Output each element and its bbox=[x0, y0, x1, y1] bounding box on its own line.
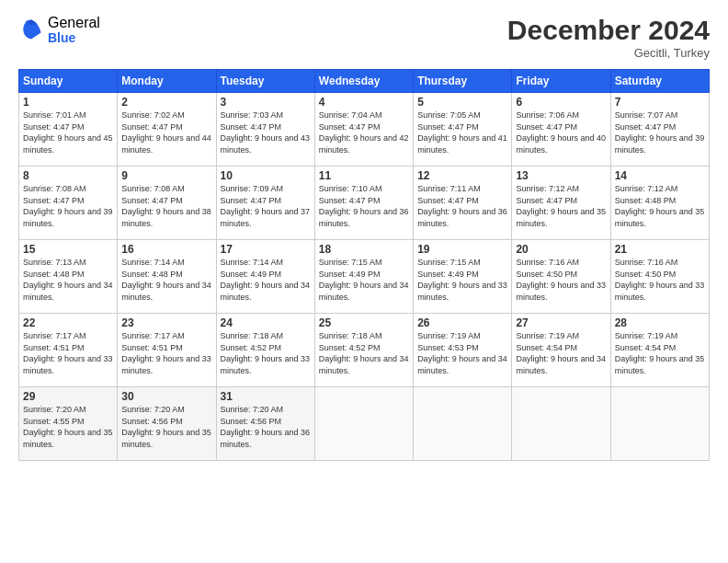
day-info: Sunrise: 7:01 AM Sunset: 4:47 PM Dayligh… bbox=[23, 109, 113, 155]
day-cell: 19 Sunrise: 7:15 AM Sunset: 4:49 PM Dayl… bbox=[414, 240, 512, 314]
col-tuesday: Tuesday bbox=[216, 70, 314, 93]
daylight-label: Daylight: 9 hours and 34 minutes. bbox=[221, 281, 311, 302]
sunset-label: Sunset: 4:55 PM bbox=[23, 417, 85, 426]
day-info: Sunrise: 7:20 AM Sunset: 4:56 PM Dayligh… bbox=[221, 404, 311, 450]
header-row: Sunday Monday Tuesday Wednesday Thursday… bbox=[19, 70, 710, 93]
month-title: December 2024 bbox=[507, 15, 710, 46]
daylight-label: Daylight: 9 hours and 36 minutes. bbox=[221, 428, 311, 449]
daylight-label: Daylight: 9 hours and 34 minutes. bbox=[319, 354, 409, 375]
sunrise-label: Sunrise: 7:12 AM bbox=[615, 184, 678, 193]
day-info: Sunrise: 7:19 AM Sunset: 4:54 PM Dayligh… bbox=[516, 330, 606, 376]
day-number: 1 bbox=[23, 96, 113, 109]
daylight-label: Daylight: 9 hours and 34 minutes. bbox=[23, 281, 113, 302]
sunset-label: Sunset: 4:48 PM bbox=[121, 270, 183, 279]
sunset-label: Sunset: 4:50 PM bbox=[615, 270, 677, 279]
day-number: 24 bbox=[221, 316, 311, 329]
sunset-label: Sunset: 4:47 PM bbox=[319, 122, 381, 132]
daylight-label: Daylight: 9 hours and 34 minutes. bbox=[516, 354, 606, 375]
sunset-label: Sunset: 4:51 PM bbox=[121, 343, 183, 352]
day-cell bbox=[610, 387, 709, 461]
sunset-label: Sunset: 4:52 PM bbox=[319, 343, 381, 352]
sunrise-label: Sunrise: 7:18 AM bbox=[319, 331, 382, 340]
day-cell: 5 Sunrise: 7:05 AM Sunset: 4:47 PM Dayli… bbox=[414, 93, 512, 167]
day-cell: 23 Sunrise: 7:17 AM Sunset: 4:51 PM Dayl… bbox=[118, 314, 216, 387]
sunset-label: Sunset: 4:54 PM bbox=[615, 343, 677, 352]
day-number: 9 bbox=[121, 169, 211, 182]
sunset-label: Sunset: 4:48 PM bbox=[615, 196, 677, 205]
day-info: Sunrise: 7:12 AM Sunset: 4:48 PM Dayligh… bbox=[615, 183, 705, 229]
sunrise-label: Sunrise: 7:14 AM bbox=[221, 258, 284, 267]
title-section: December 2024 Gecitli, Turkey bbox=[507, 15, 710, 60]
day-cell: 20 Sunrise: 7:16 AM Sunset: 4:50 PM Dayl… bbox=[512, 240, 610, 314]
daylight-label: Daylight: 9 hours and 33 minutes. bbox=[417, 281, 507, 302]
day-cell: 16 Sunrise: 7:14 AM Sunset: 4:48 PM Dayl… bbox=[118, 240, 216, 314]
day-info: Sunrise: 7:09 AM Sunset: 4:47 PM Dayligh… bbox=[221, 183, 311, 229]
sunrise-label: Sunrise: 7:12 AM bbox=[516, 184, 579, 193]
day-cell: 24 Sunrise: 7:18 AM Sunset: 4:52 PM Dayl… bbox=[216, 314, 314, 387]
sunset-label: Sunset: 4:47 PM bbox=[121, 196, 183, 205]
calendar: Sunday Monday Tuesday Wednesday Thursday… bbox=[18, 69, 710, 461]
sunrise-label: Sunrise: 7:15 AM bbox=[319, 258, 382, 267]
sunset-label: Sunset: 4:47 PM bbox=[417, 122, 479, 132]
sunrise-label: Sunrise: 7:19 AM bbox=[417, 331, 481, 340]
sunrise-label: Sunrise: 7:13 AM bbox=[23, 258, 86, 267]
daylight-label: Daylight: 9 hours and 33 minutes. bbox=[23, 354, 113, 375]
sunrise-label: Sunrise: 7:06 AM bbox=[516, 110, 579, 120]
day-cell: 26 Sunrise: 7:19 AM Sunset: 4:53 PM Dayl… bbox=[414, 314, 512, 387]
sunset-label: Sunset: 4:53 PM bbox=[417, 343, 479, 352]
day-cell: 14 Sunrise: 7:12 AM Sunset: 4:48 PM Dayl… bbox=[610, 167, 709, 240]
day-number: 7 bbox=[615, 96, 705, 109]
daylight-label: Daylight: 9 hours and 35 minutes. bbox=[23, 428, 113, 449]
sunset-label: Sunset: 4:47 PM bbox=[221, 122, 282, 132]
sunrise-label: Sunrise: 7:09 AM bbox=[221, 184, 284, 193]
daylight-label: Daylight: 9 hours and 33 minutes. bbox=[121, 354, 211, 375]
sunrise-label: Sunrise: 7:07 AM bbox=[615, 110, 678, 120]
daylight-label: Daylight: 9 hours and 35 minutes. bbox=[615, 354, 705, 375]
daylight-label: Daylight: 9 hours and 35 minutes. bbox=[121, 428, 211, 449]
day-number: 11 bbox=[319, 169, 409, 182]
day-number: 14 bbox=[615, 169, 705, 182]
day-info: Sunrise: 7:17 AM Sunset: 4:51 PM Dayligh… bbox=[121, 330, 211, 376]
day-cell: 18 Sunrise: 7:15 AM Sunset: 4:49 PM Dayl… bbox=[314, 240, 413, 314]
col-monday: Monday bbox=[118, 70, 216, 93]
day-number: 2 bbox=[121, 96, 211, 109]
day-info: Sunrise: 7:15 AM Sunset: 4:49 PM Dayligh… bbox=[417, 257, 507, 303]
day-cell: 12 Sunrise: 7:11 AM Sunset: 4:47 PM Dayl… bbox=[414, 167, 512, 240]
day-info: Sunrise: 7:06 AM Sunset: 4:47 PM Dayligh… bbox=[516, 109, 606, 155]
day-number: 27 bbox=[516, 316, 606, 329]
sunrise-label: Sunrise: 7:05 AM bbox=[417, 110, 481, 120]
sunrise-label: Sunrise: 7:20 AM bbox=[23, 405, 86, 414]
daylight-label: Daylight: 9 hours and 36 minutes. bbox=[417, 207, 507, 228]
logo-icon bbox=[18, 17, 44, 42]
day-info: Sunrise: 7:07 AM Sunset: 4:47 PM Dayligh… bbox=[615, 109, 705, 155]
daylight-label: Daylight: 9 hours and 35 minutes. bbox=[615, 207, 705, 228]
sunrise-label: Sunrise: 7:10 AM bbox=[319, 184, 382, 193]
sunrise-label: Sunrise: 7:19 AM bbox=[516, 331, 579, 340]
daylight-label: Daylight: 9 hours and 34 minutes. bbox=[121, 281, 211, 302]
daylight-label: Daylight: 9 hours and 33 minutes. bbox=[615, 281, 705, 302]
day-info: Sunrise: 7:20 AM Sunset: 4:56 PM Dayligh… bbox=[121, 404, 211, 450]
daylight-label: Daylight: 9 hours and 38 minutes. bbox=[121, 207, 211, 228]
day-info: Sunrise: 7:16 AM Sunset: 4:50 PM Dayligh… bbox=[516, 257, 606, 303]
week-row: 8 Sunrise: 7:08 AM Sunset: 4:47 PM Dayli… bbox=[19, 167, 710, 240]
day-number: 20 bbox=[516, 243, 606, 256]
daylight-label: Daylight: 9 hours and 42 minutes. bbox=[319, 133, 409, 155]
day-cell: 6 Sunrise: 7:06 AM Sunset: 4:47 PM Dayli… bbox=[512, 93, 610, 167]
sunrise-label: Sunrise: 7:04 AM bbox=[319, 110, 382, 120]
day-number: 12 bbox=[417, 169, 507, 182]
sunrise-label: Sunrise: 7:14 AM bbox=[121, 258, 185, 267]
day-info: Sunrise: 7:16 AM Sunset: 4:50 PM Dayligh… bbox=[615, 257, 705, 303]
day-info: Sunrise: 7:03 AM Sunset: 4:47 PM Dayligh… bbox=[221, 109, 311, 155]
day-number: 22 bbox=[23, 316, 113, 329]
day-cell: 21 Sunrise: 7:16 AM Sunset: 4:50 PM Dayl… bbox=[610, 240, 709, 314]
day-number: 29 bbox=[23, 390, 113, 403]
col-sunday: Sunday bbox=[19, 70, 118, 93]
sunset-label: Sunset: 4:49 PM bbox=[319, 270, 381, 279]
daylight-label: Daylight: 9 hours and 33 minutes. bbox=[516, 281, 606, 302]
daylight-label: Daylight: 9 hours and 43 minutes. bbox=[221, 133, 311, 155]
day-info: Sunrise: 7:19 AM Sunset: 4:54 PM Dayligh… bbox=[615, 330, 705, 376]
sunset-label: Sunset: 4:47 PM bbox=[23, 122, 85, 132]
daylight-label: Daylight: 9 hours and 45 minutes. bbox=[23, 133, 113, 155]
day-cell: 1 Sunrise: 7:01 AM Sunset: 4:47 PM Dayli… bbox=[19, 93, 118, 167]
day-cell: 22 Sunrise: 7:17 AM Sunset: 4:51 PM Dayl… bbox=[19, 314, 118, 387]
